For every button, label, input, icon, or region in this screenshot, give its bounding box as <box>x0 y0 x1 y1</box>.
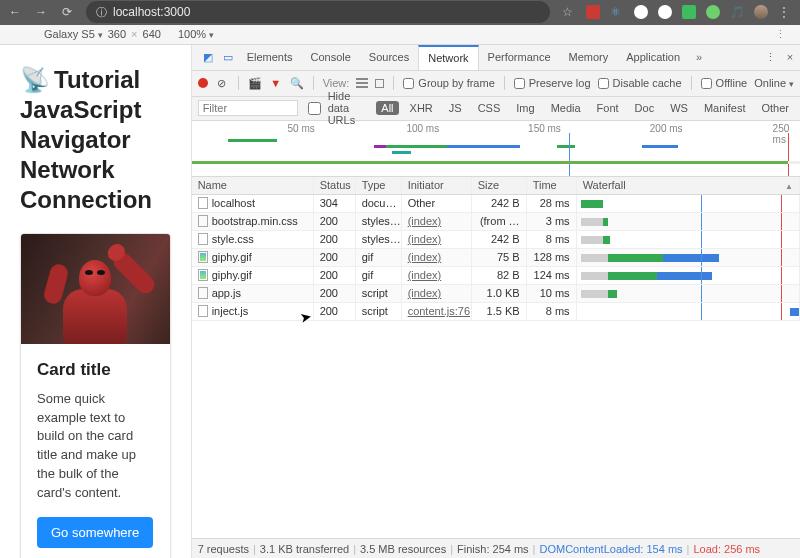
tab-application[interactable]: Application <box>617 45 689 70</box>
request-row[interactable]: bootstrap.min.css 200 styles… (index) (f… <box>192 213 800 231</box>
react-devtools-icon[interactable]: ⚛ <box>610 5 624 19</box>
initiator-link[interactable]: content.js:76 <box>408 305 470 317</box>
filter-chip-other[interactable]: Other <box>756 101 794 115</box>
request-row[interactable]: giphy.gif 200 gif (index) 82 B 124 ms <box>192 267 800 285</box>
col-waterfall[interactable]: Waterfall <box>577 177 800 194</box>
initiator-link[interactable]: (index) <box>408 269 442 281</box>
initiator-link[interactable]: (index) <box>408 233 442 245</box>
bookmark-star-icon[interactable]: ☆ <box>562 5 576 19</box>
devtools-close-icon[interactable]: × <box>780 51 800 63</box>
gif-icon <box>198 251 208 263</box>
browser-menu-icon[interactable]: ⋮ <box>778 5 792 19</box>
reload-button[interactable]: ⟳ <box>60 5 74 19</box>
tab-elements[interactable]: Elements <box>238 45 302 70</box>
devtools-tabs: ◩ ▭ Elements Console Sources Network Per… <box>192 45 800 71</box>
overview-toggle-icon[interactable] <box>375 79 384 88</box>
extension-icon[interactable] <box>706 5 720 19</box>
card: Card title Some quick example text to bu… <box>20 233 171 558</box>
audio-icon[interactable]: 🎵 <box>730 5 744 19</box>
request-row[interactable]: localhost 304 docu… Other 242 B 28 ms <box>192 195 800 213</box>
col-time[interactable]: Time <box>527 177 577 194</box>
extension-icon[interactable] <box>586 5 600 19</box>
initiator-link[interactable]: (index) <box>408 215 442 227</box>
filter-toggle-icon[interactable]: ▼ <box>269 77 283 89</box>
tabs-overflow-icon[interactable]: » <box>689 51 709 63</box>
clear-button[interactable]: ⊘ <box>215 77 229 90</box>
filter-chip-ws[interactable]: WS <box>665 101 693 115</box>
screenshots-icon[interactable]: 🎬 <box>248 77 262 90</box>
device-toolbar: Galaxy S5 360 × 640 100% ⋮ <box>0 25 800 45</box>
filter-chip-js[interactable]: JS <box>444 101 467 115</box>
filter-chip-manifest[interactable]: Manifest <box>699 101 751 115</box>
devtools-menu-icon[interactable]: ⋮ <box>760 51 780 64</box>
omnibox[interactable]: ⓘ localhost:3000 <box>86 1 550 23</box>
document-icon <box>198 215 208 227</box>
overview-tick: 150 ms <box>528 123 561 134</box>
document-icon <box>198 197 208 209</box>
col-name[interactable]: Name <box>192 177 314 194</box>
satellite-icon: 📡 <box>20 65 50 95</box>
filter-chip-font[interactable]: Font <box>592 101 624 115</box>
status-transferred: 3.1 KB transferred <box>260 543 349 555</box>
profile-avatar[interactable] <box>754 5 768 19</box>
initiator-link[interactable]: (index) <box>408 251 442 263</box>
request-row[interactable]: inject.js 200 script content.js:76 1.5 K… <box>192 303 800 321</box>
col-size[interactable]: Size <box>472 177 527 194</box>
network-overview[interactable]: 50 ms 100 ms 150 ms 200 ms 250 ms <box>192 121 800 177</box>
filter-input[interactable] <box>198 100 298 116</box>
request-row[interactable]: style.css 200 styles… (index) 242 B 8 ms <box>192 231 800 249</box>
filter-chip-all[interactable]: All <box>376 101 398 115</box>
throttling-select[interactable]: Online <box>754 77 794 89</box>
filter-chip-css[interactable]: CSS <box>473 101 506 115</box>
tab-memory[interactable]: Memory <box>560 45 618 70</box>
toggle-device-icon[interactable]: ▭ <box>218 51 238 64</box>
disable-cache-checkbox[interactable]: Disable cache <box>598 77 682 89</box>
extension-icons: ☆ ⚛ 🎵 ⋮ <box>562 5 792 19</box>
device-select[interactable]: Galaxy S5 <box>44 28 103 40</box>
tab-performance[interactable]: Performance <box>479 45 560 70</box>
tab-network[interactable]: Network <box>418 45 478 70</box>
devtools-panel: ◩ ▭ Elements Console Sources Network Per… <box>192 45 800 558</box>
network-requests-grid: Name Status Type Initiator Size Time Wat… <box>192 177 800 538</box>
group-by-frame-checkbox[interactable]: Group by frame <box>403 77 494 89</box>
site-info-icon[interactable]: ⓘ <box>96 5 107 20</box>
back-button[interactable]: ← <box>8 5 22 19</box>
chevron-down-icon <box>789 77 794 89</box>
search-icon[interactable]: 🔍 <box>290 77 304 90</box>
grid-header[interactable]: Name Status Type Initiator Size Time Wat… <box>192 177 800 195</box>
extension-icon[interactable] <box>682 5 696 19</box>
go-somewhere-button[interactable]: Go somewhere <box>37 517 153 548</box>
large-rows-icon[interactable] <box>356 78 368 88</box>
url-text: localhost:3000 <box>113 5 190 19</box>
zoom-select[interactable]: 100% <box>178 28 214 40</box>
offline-checkbox[interactable]: Offline <box>701 77 748 89</box>
device-toolbar-menu[interactable]: ⋮ <box>769 28 792 41</box>
initiator-link[interactable]: (index) <box>408 287 442 299</box>
page-preview: 📡Tutorial JavaScript Navigator Network C… <box>0 45 192 558</box>
page-heading: 📡Tutorial JavaScript Navigator Network C… <box>20 65 171 215</box>
tab-sources[interactable]: Sources <box>360 45 418 70</box>
record-button[interactable] <box>198 78 208 88</box>
device-height[interactable]: 640 <box>143 28 161 40</box>
forward-button[interactable]: → <box>34 5 48 19</box>
col-status[interactable]: Status <box>314 177 356 194</box>
extension-icon[interactable] <box>658 5 672 19</box>
request-row[interactable]: giphy.gif 200 gif (index) 75 B 128 ms <box>192 249 800 267</box>
col-type[interactable]: Type <box>356 177 402 194</box>
device-width[interactable]: 360 <box>108 28 126 40</box>
filter-chip-media[interactable]: Media <box>546 101 586 115</box>
document-icon <box>198 233 208 245</box>
chevron-down-icon <box>209 28 214 40</box>
overview-tick: 50 ms <box>288 123 315 134</box>
request-row[interactable]: app.js 200 script (index) 1.0 KB 10 ms <box>192 285 800 303</box>
filter-chip-xhr[interactable]: XHR <box>405 101 438 115</box>
filter-chip-img[interactable]: Img <box>511 101 539 115</box>
extension-icon[interactable] <box>634 5 648 19</box>
col-initiator[interactable]: Initiator <box>402 177 472 194</box>
tab-console[interactable]: Console <box>301 45 359 70</box>
inspect-element-icon[interactable]: ◩ <box>198 51 218 64</box>
chevron-down-icon <box>98 28 103 40</box>
preserve-log-checkbox[interactable]: Preserve log <box>514 77 591 89</box>
filter-chip-doc[interactable]: Doc <box>630 101 660 115</box>
zoom-value: 100% <box>178 28 206 40</box>
